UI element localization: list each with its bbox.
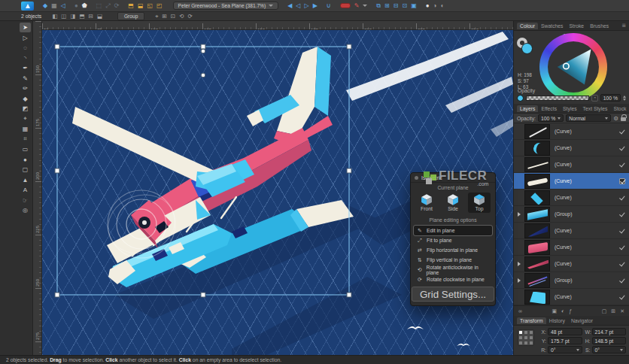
panel-tab[interactable]: Brushes (587, 23, 612, 29)
duplicate-icon[interactable]: ⊟ (394, 2, 399, 11)
tool-button[interactable]: ▢ (20, 165, 31, 174)
layers-bar-icon[interactable]: ⊞ (611, 308, 615, 314)
style-icon[interactable]: ● (74, 2, 78, 11)
plane-button[interactable]: Top (468, 193, 491, 213)
layer-thumbnail[interactable] (524, 141, 550, 156)
field-input[interactable]: 0° (592, 346, 627, 353)
duplicate-icon[interactable]: ▣ (411, 2, 417, 11)
panel-tab[interactable]: Effects (538, 105, 560, 112)
blend-mode-select[interactable]: Normal (566, 114, 611, 122)
layer-row[interactable]: (Curve) (514, 140, 629, 156)
layer-visibility-check[interactable] (619, 228, 625, 234)
layer-visibility-check[interactable] (619, 129, 625, 135)
plane-button[interactable]: Side (442, 193, 464, 213)
align-icon[interactable]: ◫ (61, 13, 66, 20)
panel-tab[interactable]: Layers (517, 105, 538, 112)
align-icon[interactable]: ⬒ (80, 13, 85, 20)
plane-option[interactable]: ⤢ Fit to plane (414, 235, 492, 245)
tool-button[interactable]: ⌗ (20, 135, 31, 144)
insert-icon[interactable]: ◰ (156, 2, 163, 11)
duplicate-icon[interactable]: ⊞ (384, 2, 390, 11)
transform-icon[interactable]: ⤢ (105, 2, 110, 11)
tool-button[interactable]: ⌖ (20, 114, 31, 124)
duplicate-icon[interactable]: ⊡ (402, 2, 407, 11)
hsl-triangle[interactable] (549, 43, 597, 91)
tool-button[interactable]: ● (20, 155, 31, 165)
app-icon[interactable] (21, 2, 34, 11)
field-input[interactable]: 48 pt (548, 328, 582, 335)
arrange-icon[interactable]: ◀ (287, 2, 292, 11)
tool-button[interactable]: ◝ (20, 53, 31, 63)
layer-visibility-check[interactable] (619, 162, 625, 168)
layer-row[interactable]: (Curve) (514, 256, 629, 272)
layer-visibility-check[interactable] (619, 261, 625, 267)
context-icon[interactable]: ⟲ (179, 13, 184, 20)
panel-tab[interactable]: Colour (517, 23, 538, 29)
context-icon[interactable]: ⌖ (155, 13, 158, 20)
context-icon[interactable]: ⟳ (187, 13, 192, 20)
plane-option[interactable]: ✎ Edit in plane (414, 226, 492, 235)
align-icon[interactable]: ◨ (70, 13, 75, 20)
plane-option[interactable]: ⇄ Flip horizontal in plane (414, 245, 492, 255)
opacity-slider-thumb[interactable] (517, 95, 524, 102)
layer-visibility-check[interactable] (619, 178, 625, 184)
layer-thumbnail[interactable] (524, 273, 550, 288)
layer-thumbnail[interactable] (524, 207, 550, 222)
layer-row[interactable]: (Curve) (514, 239, 629, 256)
lock-icon[interactable] (621, 117, 626, 121)
expand-arrow-icon[interactable] (518, 262, 521, 266)
panel-tab[interactable]: History (546, 317, 568, 324)
plane-option[interactable]: ⟳ Rotate clockwise in plane (414, 275, 492, 284)
panel-tab[interactable]: Navigator (568, 317, 596, 324)
layer-row[interactable]: (Curve) (514, 289, 629, 305)
layers-bar-icon[interactable]: ◐ (561, 308, 564, 314)
panel-tab[interactable]: Transform (517, 317, 546, 324)
group-button[interactable]: Group (117, 12, 144, 20)
layers-opacity-value[interactable]: 100 % (538, 114, 564, 122)
align-icon[interactable]: ◧ (52, 13, 57, 20)
layer-row[interactable]: (Curve) (514, 190, 629, 206)
field-input[interactable]: 148.5 pt (592, 337, 627, 344)
fill-swatch[interactable] (521, 43, 533, 54)
isometric-panel-header[interactable]: Isometric (411, 173, 495, 183)
snapping-icon[interactable]: ∪ (327, 2, 331, 11)
panel-tab[interactable]: Styles (560, 105, 580, 112)
view-mode-icon[interactable]: ◐ (440, 2, 444, 11)
persona-icon[interactable]: ▦ (51, 2, 57, 11)
layers-bar-icon[interactable]: ✕ (620, 308, 624, 314)
insert-icon[interactable]: ◱ (147, 2, 153, 11)
duplicate-icon[interactable]: ⧉ (376, 2, 381, 11)
layer-row[interactable]: (Group) (514, 272, 629, 289)
tool-button[interactable]: ➤ (20, 23, 31, 32)
document-title-pill[interactable]: Peter Greenwood - Sea Plane (381.7%) (173, 2, 279, 10)
view-mode-icon[interactable]: ● (426, 2, 430, 11)
persona-icon[interactable]: ◁ (61, 2, 65, 11)
opacity-stepper[interactable] (623, 96, 626, 101)
tool-button[interactable]: ✒ (20, 63, 31, 73)
close-icon[interactable] (415, 176, 418, 180)
panel-tab[interactable]: Swatches (538, 23, 566, 29)
layer-visibility-check[interactable] (619, 195, 625, 201)
layer-thumbnail[interactable] (524, 240, 550, 255)
tool-button[interactable]: ☞ (20, 196, 31, 205)
tool-button[interactable]: ◆ (20, 94, 31, 104)
tool-button[interactable]: ▦ (20, 124, 31, 134)
opacity-value[interactable]: 100 % (600, 94, 621, 102)
plane-option[interactable]: ⟲ Rotate anticlockwise in plane (414, 265, 492, 275)
tool-button[interactable]: ▷ (20, 33, 31, 43)
arrange-icon[interactable]: ◁ (296, 2, 300, 11)
insert-icon[interactable]: ⬓ (138, 2, 144, 11)
expand-arrow-icon[interactable] (518, 278, 521, 283)
layer-row[interactable]: (Curve) (514, 156, 629, 173)
layer-thumbnail[interactable] (524, 190, 550, 205)
layers-bar-icon[interactable]: ▣ (552, 308, 557, 314)
tool-button[interactable]: ✎ (20, 74, 31, 83)
plane-button[interactable]: Front (415, 193, 438, 213)
noise-toggle-icon[interactable]: ◔ (591, 95, 598, 102)
layer-thumbnail[interactable] (524, 174, 550, 189)
transform-icon[interactable]: ⬚ (96, 2, 102, 11)
layer-thumbnail[interactable] (524, 124, 550, 139)
panel-tab[interactable]: Text Styles (580, 105, 611, 112)
field-input[interactable]: 214.7 pt (592, 328, 627, 335)
persona-icon[interactable]: ◆ (43, 2, 47, 11)
